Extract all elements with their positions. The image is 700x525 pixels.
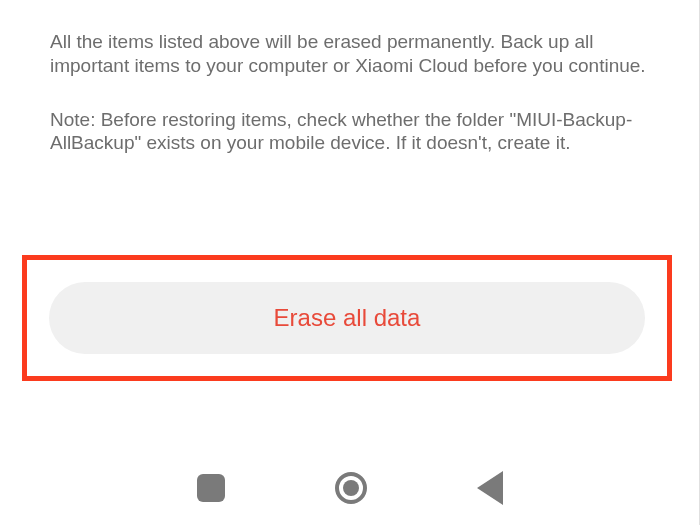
- highlight-box: Erase all data: [22, 255, 672, 381]
- note-text: Note: Before restoring items, check whet…: [50, 78, 649, 156]
- recent-apps-icon[interactable]: [197, 474, 225, 502]
- warning-text: All the items listed above will be erase…: [50, 0, 649, 78]
- erase-all-data-button[interactable]: Erase all data: [49, 282, 645, 354]
- back-icon[interactable]: [477, 471, 503, 505]
- home-icon[interactable]: [335, 472, 367, 504]
- navigation-bar: [0, 471, 700, 505]
